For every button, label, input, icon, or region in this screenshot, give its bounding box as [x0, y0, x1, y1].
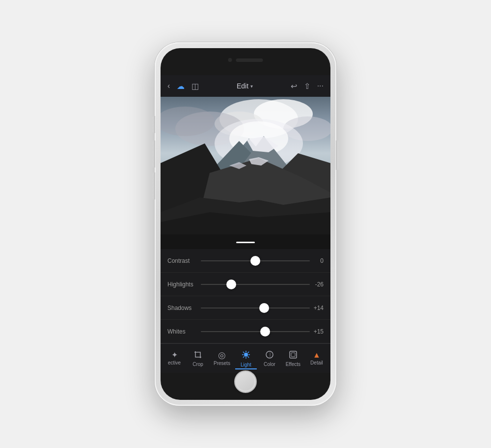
highlights-value: -26: [310, 281, 324, 288]
screen: ‹ ☁ ◫ Edit ▾ ↩ ⇧ ···: [161, 75, 330, 373]
toolbar-center: Edit ▾: [237, 82, 253, 90]
whites-value: +15: [310, 328, 324, 335]
shadows-track: [201, 308, 310, 308]
share-icon[interactable]: ⇧: [304, 82, 310, 91]
svg-line-30: [243, 356, 245, 358]
bottom-nav: ✦ ective Crop ◎ Presets: [161, 343, 330, 373]
selective-icon: ✦: [171, 351, 178, 359]
volume-down-button: [153, 172, 155, 199]
shadows-value: +14: [310, 305, 324, 311]
undo-icon[interactable]: ↩: [291, 82, 297, 91]
edit-label: Edit: [237, 82, 248, 90]
contrast-track: [201, 260, 310, 261]
svg-line-28: [247, 356, 249, 358]
nav-item-presets[interactable]: ◎ Presets: [211, 349, 233, 368]
contrast-thumb[interactable]: [250, 256, 260, 266]
whites-track: [201, 331, 310, 332]
color-icon: [265, 350, 274, 361]
whites-row: Whites +15: [161, 320, 330, 343]
shadows-thumb[interactable]: [259, 303, 269, 313]
histogram-icon: ▲: [313, 351, 321, 359]
nav-item-detail[interactable]: ▲ Detail: [306, 349, 327, 367]
crop-icon: [193, 350, 202, 361]
highlights-track: [201, 284, 310, 285]
color-label: Color: [264, 362, 275, 367]
whites-thumb[interactable]: [260, 327, 270, 336]
whites-slider[interactable]: [201, 327, 310, 336]
phone-inner-frame: ‹ ☁ ◫ Edit ▾ ↩ ⇧ ···: [161, 48, 330, 400]
effects-icon: [289, 350, 298, 361]
nav-item-effects[interactable]: Effects: [282, 348, 304, 369]
mountain-photo: [161, 97, 330, 249]
highlights-label: Highlights: [167, 281, 201, 288]
sliders-panel: Contrast 0 Highlights: [161, 249, 330, 343]
shadows-label: Shadows: [167, 305, 201, 311]
dropdown-arrow[interactable]: ▾: [250, 84, 253, 89]
shadows-row: Shadows +14: [161, 296, 330, 320]
selective-label: ective: [168, 360, 181, 365]
nav-item-selective[interactable]: ✦ ective: [164, 349, 185, 367]
power-button: [336, 140, 338, 170]
light-icon: [241, 350, 251, 361]
home-button[interactable]: [234, 370, 257, 393]
svg-rect-32: [290, 351, 297, 358]
shadows-slider[interactable]: [201, 303, 310, 313]
phone-frame: ‹ ☁ ◫ Edit ▾ ↩ ⇧ ···: [155, 42, 336, 406]
light-label: Light: [241, 362, 251, 367]
contrast-value: 0: [310, 257, 324, 264]
highlights-thumb[interactable]: [226, 280, 236, 289]
front-camera: [228, 58, 232, 62]
highlights-slider[interactable]: [201, 280, 310, 289]
whites-label: Whites: [167, 328, 201, 335]
presets-icon: ◎: [218, 351, 226, 360]
photo-area: [161, 97, 330, 249]
effects-label: Effects: [286, 362, 300, 367]
svg-line-29: [247, 352, 249, 353]
toolbar-left: ‹ ☁ ◫: [167, 82, 199, 91]
speaker: [236, 58, 263, 62]
back-icon[interactable]: ‹: [167, 82, 170, 90]
crop-label: Crop: [192, 362, 203, 367]
contrast-slider[interactable]: [201, 256, 310, 266]
top-toolbar: ‹ ☁ ◫ Edit ▾ ↩ ⇧ ···: [161, 75, 330, 97]
photo-background: [161, 97, 330, 249]
compare-icon[interactable]: ◫: [191, 82, 199, 91]
nav-item-light[interactable]: Light: [235, 348, 257, 369]
active-indicator: [235, 368, 257, 369]
highlights-row: Highlights -26: [161, 273, 330, 296]
volume-up-button: [153, 140, 155, 168]
svg-point-22: [244, 353, 248, 357]
mute-button: [153, 116, 155, 133]
more-icon[interactable]: ···: [317, 82, 324, 90]
nav-item-crop[interactable]: Crop: [187, 348, 209, 369]
contrast-label: Contrast: [167, 257, 201, 264]
svg-rect-33: [291, 353, 295, 357]
toolbar-right: ↩ ⇧ ···: [291, 82, 324, 91]
presets-label: Presets: [214, 361, 230, 366]
svg-line-27: [243, 352, 245, 353]
detail-label: Detail: [310, 360, 323, 365]
contrast-row: Contrast 0: [161, 249, 330, 273]
nav-item-color[interactable]: Color: [259, 348, 280, 369]
swipe-indicator: [236, 242, 255, 243]
cloud-icon[interactable]: ☁: [177, 82, 185, 91]
top-sensors: [228, 58, 263, 62]
